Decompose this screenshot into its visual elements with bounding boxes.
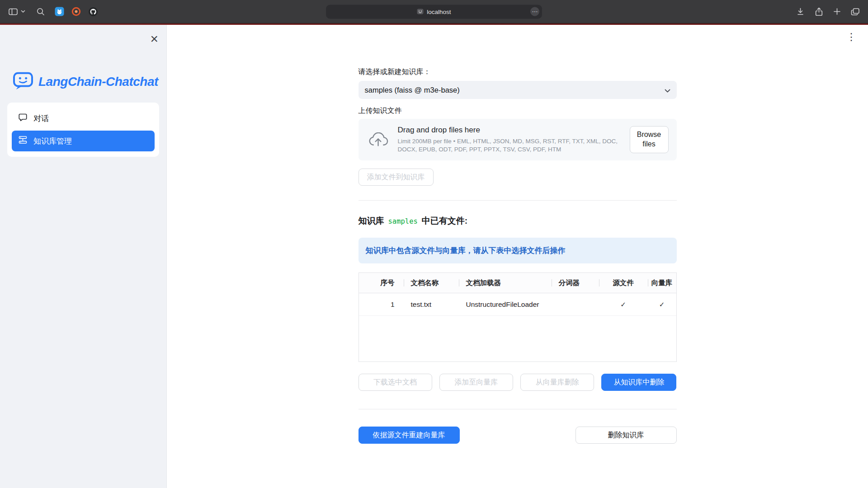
cell-name: test.txt (404, 300, 459, 309)
logo-chat-bubble-icon (13, 72, 33, 92)
sidebar-chevron-icon[interactable] (21, 10, 25, 13)
address-bar[interactable]: localhost ⋯ (326, 5, 542, 19)
sidebar-nav: 对话 知识库管理 (7, 103, 159, 157)
app-logo: LangChain-Chatchat (0, 25, 166, 92)
browser-toolbar: localhost ⋯ (0, 0, 868, 23)
delete-kb-button[interactable]: 删除知识库 (576, 427, 677, 444)
browse-files-button[interactable]: Browse files (630, 126, 669, 153)
table-header-vector[interactable]: 向量库 (648, 278, 676, 288)
kb-files-heading: 知识库 samples 中已有文件: (359, 215, 677, 227)
table-header-loader[interactable]: 文档加载器 (459, 278, 552, 288)
kb-name-code: samples (388, 217, 418, 225)
cell-loader: UnstructuredFileLoader (459, 300, 552, 309)
main-area: ⋮ 请选择或新建知识库： samples (faiss @ m3e-base) … (167, 25, 868, 488)
rebuild-vector-store-button[interactable]: 依据源文件重建向量库 (359, 427, 460, 444)
divider (359, 409, 677, 409)
cloud-upload-icon (368, 132, 389, 147)
cell-vector-check: ✓ (648, 300, 676, 309)
site-favicon (417, 8, 424, 15)
kb-select-label: 请选择或新建知识库： (359, 67, 677, 76)
cell-source-check: ✓ (599, 300, 648, 309)
table-header-source[interactable]: 源文件 (599, 278, 648, 288)
kb-heading-suffix: 中已有文件: (422, 215, 467, 227)
delete-from-kb-button[interactable]: 从知识库中删除 (601, 374, 676, 391)
new-tab-icon[interactable] (833, 8, 841, 15)
file-dropzone[interactable]: Drag and drop files here Limit 200MB per… (359, 119, 677, 160)
sidebar-toggle-icon[interactable] (8, 8, 18, 16)
table-header-splitter[interactable]: 分词器 (552, 278, 599, 288)
dropzone-limit-text: Limit 200MB per file • EML, HTML, JSON, … (398, 137, 623, 154)
kb-select[interactable]: samples (faiss @ m3e-base) (359, 81, 677, 99)
sidebar-item-dialogue[interactable]: 对话 (12, 108, 155, 129)
downloads-icon[interactable] (796, 7, 805, 16)
upload-label: 上传知识文件 (359, 106, 677, 115)
knowledge-base-icon (18, 135, 28, 147)
info-message: 知识库中包含源文件与向量库，请从下表中选择文件后操作 (359, 238, 677, 263)
add-to-vector-button[interactable]: 添加至向量库 (439, 374, 513, 391)
table-header-name[interactable]: 文档名称 (404, 278, 459, 288)
table-header-row: 序号 文档名称 文档加载器 分词器 源文件 向量库 (359, 273, 676, 293)
kb-bottom-actions: 依据源文件重建向量库 删除知识库 (359, 427, 677, 444)
dropzone-title: Drag and drop files here (398, 126, 623, 135)
address-url: localhost (427, 8, 451, 15)
table-row[interactable]: 1 test.txt UnstructuredFileLoader ✓ ✓ (359, 293, 676, 316)
kb-files-table: 序号 文档名称 文档加载器 分词器 源文件 向量库 1 test.txt Uns… (359, 272, 677, 362)
remove-from-vector-button[interactable]: 从向量库删除 (520, 374, 594, 391)
download-selected-button[interactable]: 下载选中文档 (359, 374, 432, 391)
tab-overview-icon[interactable] (851, 8, 860, 16)
table-actions: 下载选中文档 添加至向量库 从向量库删除 从知识库中删除 (359, 374, 677, 391)
kb-heading-prefix: 知识库 (359, 215, 384, 227)
github-icon[interactable] (88, 7, 98, 17)
logo-text: LangChain-Chatchat (38, 75, 158, 89)
share-icon[interactable] (815, 7, 823, 16)
sidebar-item-label: 知识库管理 (33, 136, 72, 146)
pinned-tab-blue-icon[interactable] (55, 7, 64, 16)
pinned-tab-orange-icon[interactable] (71, 7, 81, 16)
cell-index: 1 (359, 300, 404, 309)
page-menu-icon[interactable]: ⋯ (530, 7, 539, 16)
sidebar-item-kb-management[interactable]: 知识库管理 (12, 131, 155, 151)
app-menu-kebab-icon[interactable]: ⋮ (846, 32, 856, 42)
table-header-index[interactable]: 序号 (359, 278, 404, 288)
sidebar-close-icon[interactable]: × (150, 33, 158, 45)
divider (359, 200, 677, 201)
kb-select-value: samples (faiss @ m3e-base) (365, 86, 460, 94)
search-icon[interactable] (36, 7, 45, 16)
sidebar-item-label: 对话 (33, 113, 49, 124)
sidebar: × LangChain-Chatchat 对话 知识库管理 (0, 25, 167, 488)
chat-icon (18, 113, 28, 124)
chevron-down-icon (665, 86, 670, 94)
add-files-to-kb-button[interactable]: 添加文件到知识库 (359, 169, 434, 186)
